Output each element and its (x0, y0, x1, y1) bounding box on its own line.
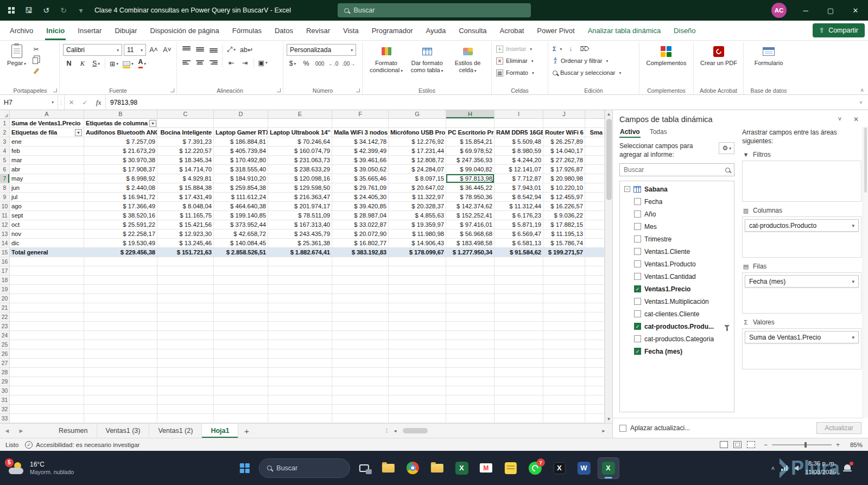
ribbon-tab-insertar[interactable]: Insertar (71, 22, 108, 40)
cell-A2[interactable]: Etiquetas de fila▼ (10, 128, 84, 137)
panel-scrollbar[interactable] (863, 126, 868, 418)
cell-I20[interactable] (495, 294, 543, 303)
cell-I3[interactable]: $ 5.509,48 (495, 137, 543, 146)
column-header-C[interactable]: C (157, 110, 214, 119)
sort-filter-button[interactable]: Ordenar y filtrar▾ (552, 56, 636, 66)
cell-B19[interactable] (84, 285, 157, 294)
ribbon-tab-archivo[interactable]: Archivo (3, 22, 40, 40)
cell-A31[interactable] (10, 395, 84, 405)
cell-A33[interactable] (10, 414, 84, 423)
cell-E11[interactable]: $ 78.511,09 (268, 211, 332, 220)
cell-D11[interactable]: $ 199.140,85 (214, 211, 268, 220)
panel-options-chevron[interactable]: ˅ (834, 116, 845, 123)
align-middle-button[interactable] (194, 44, 206, 55)
delete-cells-button[interactable]: × Eliminar▾ (495, 56, 544, 66)
cell-D14[interactable]: $ 140.084,45 (214, 239, 268, 248)
excel-icon[interactable] (451, 457, 472, 479)
cell-D6[interactable]: $ 318.555,40 (214, 165, 268, 174)
cell-B22[interactable] (84, 312, 157, 322)
cell-K5[interactable] (585, 156, 605, 165)
row-header-13[interactable]: 13 (0, 229, 10, 239)
cell-D9[interactable]: $ 111.612,24 (214, 193, 268, 202)
cell-C5[interactable]: $ 18.345,34 (157, 156, 214, 165)
cell-I26[interactable] (495, 349, 543, 359)
cell-E8[interactable]: $ 129.598,50 (268, 183, 332, 193)
column-header-B[interactable]: B (84, 110, 157, 119)
cell-G20[interactable] (389, 294, 446, 303)
cell-I12[interactable]: $ 5.871,19 (495, 220, 543, 229)
update-button[interactable]: Actualizar (816, 422, 861, 434)
chip-chevron-icon[interactable]: ▾ (852, 223, 854, 228)
underline-button[interactable]: S▾ (90, 58, 102, 69)
area-field-chip[interactable]: Suma de Ventas1.Precio▾ (745, 331, 859, 343)
cell-H14[interactable]: $ 183.498,58 (446, 239, 495, 248)
customize-quick-access-chevron[interactable]: ▾ (73, 2, 89, 18)
field-item-trimestre[interactable]: Trimestre (620, 233, 734, 245)
cell-G5[interactable]: $ 12.808,72 (389, 156, 446, 165)
cell-D16[interactable] (214, 257, 268, 266)
cell-K3[interactable] (585, 137, 605, 146)
cell-E17[interactable] (268, 266, 332, 276)
ribbon-tab-programador[interactable]: Programador (365, 22, 420, 40)
cell-D5[interactable]: $ 170.492,80 (214, 156, 268, 165)
cell-C9[interactable]: $ 17.431,49 (157, 193, 214, 202)
cell-K26[interactable] (585, 349, 605, 359)
cell-H2[interactable]: PC Escritorio Pro (446, 128, 495, 137)
merge-center-button[interactable]: ▣▾ (257, 57, 269, 68)
cell-D10[interactable]: $ 464.640,38 (214, 202, 268, 211)
number-format-combo[interactable]: Personalizada▾ (287, 44, 356, 56)
cell-D30[interactable] (214, 386, 268, 395)
scroll-left-arrow[interactable]: ◄ (391, 429, 400, 433)
number-dialog-launcher[interactable] (356, 88, 360, 92)
cell-J13[interactable]: $ 11.195,13 (543, 229, 585, 239)
cell-B23[interactable] (84, 322, 157, 331)
cell-J4[interactable]: $ 14.040,17 (543, 146, 585, 156)
column-header-cut[interactable] (585, 110, 605, 119)
new-sheet-button[interactable]: + (238, 424, 255, 438)
field-item-ventas1-multiplicaci-n[interactable]: Ventas1.Multiplicación (620, 295, 734, 308)
cell-K9[interactable] (585, 193, 605, 202)
cell-J22[interactable] (543, 312, 585, 322)
cell-K29[interactable] (585, 377, 605, 386)
cell-F10[interactable]: $ 39.420,85 (332, 202, 389, 211)
cell-G33[interactable] (389, 414, 446, 423)
cell-K1[interactable] (585, 119, 605, 128)
weather-widget[interactable]: 5 16°C Mayorm. nublado (0, 461, 83, 475)
row-header-17[interactable]: 17 (0, 266, 10, 276)
row-header-27[interactable]: 27 (0, 359, 10, 368)
cell-D22[interactable] (214, 312, 268, 322)
collapse-table-icon[interactable]: − (624, 186, 630, 192)
align-center-button[interactable] (194, 57, 206, 68)
cell-C8[interactable]: $ 15.884,38 (157, 183, 214, 193)
cell-B30[interactable] (84, 386, 157, 395)
cell-K33[interactable] (585, 414, 605, 423)
cell-H25[interactable] (446, 340, 495, 349)
cell-E18[interactable] (268, 276, 332, 285)
cell-C2[interactable]: Bocina Inteligente (157, 128, 214, 137)
cell-F28[interactable] (332, 368, 389, 377)
field-checkbox[interactable]: ✓ (634, 323, 641, 330)
cell-J17[interactable] (543, 266, 585, 276)
cell-D32[interactable] (214, 405, 268, 414)
expand-formula-bar-chevron[interactable]: ˅ (854, 95, 868, 110)
cell-A4[interactable]: feb (10, 146, 84, 156)
cell-E27[interactable] (268, 359, 332, 368)
find-select-button[interactable]: Buscar y seleccionar▾ (552, 68, 636, 78)
excel-active-icon[interactable] (597, 457, 619, 479)
cell-C32[interactable] (157, 405, 214, 414)
collapse-ribbon-chevron[interactable]: ˄ (860, 87, 864, 93)
cell-D15[interactable]: $ 2.858.526,51 (214, 248, 268, 257)
cell-E26[interactable] (268, 349, 332, 359)
cell-E16[interactable] (268, 257, 332, 266)
clock[interactable]: 8:36 p. m. 11/03/2026 (805, 460, 836, 476)
cell-I1[interactable] (495, 119, 543, 128)
cell-C25[interactable] (157, 340, 214, 349)
share-button[interactable]: ⇧ Compartir (813, 23, 865, 37)
scroll-up-arrow[interactable]: ▲ (607, 111, 611, 118)
autosum-button[interactable]: Σ▾ ↓ ⌦ (552, 44, 636, 54)
cell-B6[interactable]: $ 17.908,37 (84, 165, 157, 174)
cell-C3[interactable]: $ 7.391,23 (157, 137, 214, 146)
cell-A27[interactable] (10, 359, 84, 368)
cell-H10[interactable]: $ 142.374,62 (446, 202, 495, 211)
cell-K14[interactable] (585, 239, 605, 248)
